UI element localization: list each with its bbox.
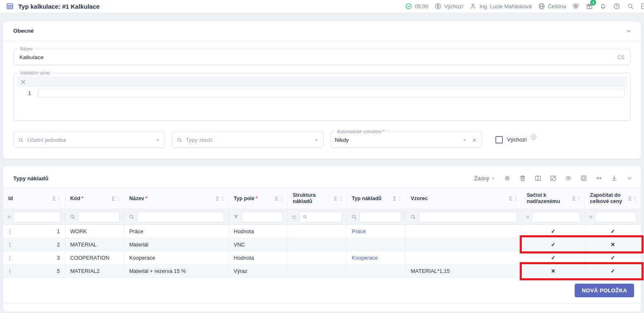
- sum-icon[interactable]: Σ: [216, 196, 219, 202]
- whats-new-button[interactable]: 1: [586, 2, 593, 10]
- new-item-button[interactable]: NOVÁ POLOŽKA: [575, 284, 634, 297]
- table-row[interactable]: ⋮3 COOPERATION Kooperace Hodnota Koopera…: [3, 251, 641, 265]
- column-header-zapocitat[interactable]: Započítat do celkové cenyΣ⋮: [585, 188, 641, 209]
- expression-line-input[interactable]: [38, 89, 625, 98]
- row-menu-icon[interactable]: ⋮: [7, 268, 12, 274]
- eye-icon[interactable]: [565, 174, 572, 182]
- column-menu-icon[interactable]: ⋮: [398, 196, 402, 201]
- column-menu-icon[interactable]: ⋮: [279, 196, 284, 201]
- subset-filter-icon[interactable]: ⊂: [292, 214, 297, 220]
- sum-icon[interactable]: Σ: [334, 196, 337, 202]
- filter-input-secist[interactable]: [532, 212, 580, 222]
- session-timer[interactable]: 05:00: [405, 2, 429, 10]
- search-icon[interactable]: [627, 2, 634, 10]
- fit-frame-icon[interactable]: [580, 174, 587, 182]
- filter-input-id[interactable]: [13, 212, 61, 222]
- filter-input-typ-pole[interactable]: [242, 212, 283, 222]
- row-menu-icon[interactable]: ⋮: [7, 242, 12, 248]
- sum-icon[interactable]: Σ: [393, 196, 396, 202]
- cost-type-link[interactable]: Kooperace: [347, 251, 406, 264]
- equals-filter-icon[interactable]: =: [526, 214, 529, 220]
- tools-icon[interactable]: [20, 79, 26, 85]
- column-header-typ-pole[interactable]: Typ pole*Σ⋮: [229, 188, 288, 209]
- group-by-dropdown[interactable]: Žádný: [474, 175, 496, 182]
- table-row[interactable]: ⋮5 MATERIAL2 Materiál + rezerva 15 % Výr…: [3, 265, 641, 278]
- column-menu-icon[interactable]: ⋮: [633, 196, 637, 201]
- collapse-chevron-icon[interactable]: [625, 27, 632, 35]
- column-menu-icon[interactable]: ⋮: [514, 196, 518, 201]
- collapse-chevron-icon[interactable]: [626, 174, 633, 182]
- search-filter-icon[interactable]: [69, 214, 76, 220]
- general-section-header[interactable]: Obecné: [3, 22, 641, 41]
- page-title: Typ kalkulace: #1 Kalkulace: [18, 3, 99, 10]
- row-menu-icon[interactable]: ⋮: [7, 255, 12, 261]
- auto-creation-value: Nikdy: [335, 137, 459, 143]
- expand-horizontal-icon[interactable]: [595, 174, 603, 182]
- validation-expression-field[interactable]: Validační výraz 1: [13, 73, 631, 121]
- column-menu-icon[interactable]: ⋮: [116, 196, 121, 201]
- filter-input-nazev[interactable]: [137, 212, 224, 222]
- auto-creation-select[interactable]: Automatické vytvoření * Nikdy: [330, 131, 482, 148]
- sum-icon[interactable]: Σ: [275, 196, 278, 202]
- name-field[interactable]: Název CS: [13, 49, 631, 65]
- search-filter-icon[interactable]: [128, 214, 135, 220]
- user-menu[interactable]: Ing. Lucie Maňásková: [469, 2, 531, 10]
- sum-icon[interactable]: Σ: [509, 196, 512, 202]
- chevron-down-icon[interactable]: [155, 137, 161, 143]
- help-icon[interactable]: [613, 2, 620, 10]
- equals-filter-icon[interactable]: =: [7, 214, 11, 220]
- sum-icon[interactable]: Σ: [572, 196, 575, 202]
- default-checkbox[interactable]: [495, 136, 503, 143]
- check-mark: ✓: [585, 225, 641, 238]
- filter-input-typ-nakladu[interactable]: [360, 212, 401, 222]
- table-row[interactable]: ⋮1 WORK Práce Hodnota Práce ✓ ✓: [3, 225, 641, 238]
- sum-icon[interactable]: Σ: [111, 196, 115, 202]
- expression-editor[interactable]: 1: [17, 89, 627, 98]
- column-header-nazev[interactable]: Název*Σ⋮: [124, 188, 229, 209]
- filter-cell-id: =: [3, 209, 65, 225]
- line-number: 1: [17, 90, 38, 96]
- filter-input-vzorec[interactable]: [419, 212, 517, 222]
- column-menu-icon[interactable]: ⋮: [339, 196, 343, 201]
- table-row[interactable]: ⋮2 MATERIAL Materiál VNC ✓ ✕: [3, 238, 641, 251]
- equals-filter-icon[interactable]: =: [589, 214, 592, 220]
- sum-icon[interactable]: Σ: [52, 196, 56, 202]
- column-header-kod[interactable]: Kód*Σ⋮: [65, 188, 124, 209]
- accounting-unit-select[interactable]: Účetní jednotka: [13, 131, 165, 148]
- row-menu-icon[interactable]: ⋮: [7, 229, 12, 234]
- sum-icon[interactable]: Σ: [628, 196, 632, 202]
- filter-input-struktura[interactable]: [309, 214, 339, 220]
- column-header-struktura[interactable]: Struktura nákladůΣ⋮: [288, 188, 347, 209]
- column-menu-icon[interactable]: ⋮: [57, 196, 62, 201]
- column-header-vzorec[interactable]: VzorecΣ⋮: [406, 188, 522, 209]
- column-header-typ-nakladu[interactable]: Typ nákladůΣ⋮: [347, 188, 406, 209]
- column-header-id[interactable]: IdΣ⋮: [3, 188, 65, 209]
- globe-icon: [538, 2, 545, 10]
- help-tooltip-icon[interactable]: ?: [531, 134, 536, 140]
- column-menu-icon[interactable]: ⋮: [577, 196, 581, 201]
- chevron-down-icon[interactable]: [314, 137, 319, 143]
- signpost-icon[interactable]: [572, 2, 580, 10]
- clear-icon[interactable]: [471, 137, 478, 143]
- goods-types-select[interactable]: Typy zboží: [172, 131, 324, 148]
- logout-icon[interactable]: [640, 2, 644, 10]
- column-header-secist[interactable]: Sečíst k nadřazenémuΣ⋮: [522, 188, 585, 209]
- language-selector[interactable]: Čeština: [538, 2, 566, 10]
- filter-input-kod[interactable]: [78, 212, 120, 222]
- chevron-down-icon[interactable]: [462, 137, 467, 143]
- filter-cell-vzorec: [406, 209, 522, 225]
- restore-trash-icon[interactable]: [519, 174, 526, 182]
- bell-icon[interactable]: [599, 2, 607, 10]
- search-filter-icon[interactable]: [351, 214, 357, 220]
- layout-tiles-icon[interactable]: [549, 174, 557, 182]
- cost-type-link[interactable]: Práce: [347, 225, 406, 238]
- column-menu-icon[interactable]: ⋮: [220, 196, 225, 201]
- currency-selector[interactable]: Výchozí: [434, 2, 463, 10]
- columns-icon[interactable]: [534, 174, 542, 182]
- funnel-filter-icon[interactable]: [233, 214, 239, 220]
- filter-input-zapocitat[interactable]: [595, 212, 637, 222]
- download-icon[interactable]: [611, 174, 618, 182]
- search-filter-icon[interactable]: [410, 214, 416, 220]
- name-input[interactable]: [19, 54, 613, 60]
- settings-gear-icon[interactable]: [504, 174, 511, 182]
